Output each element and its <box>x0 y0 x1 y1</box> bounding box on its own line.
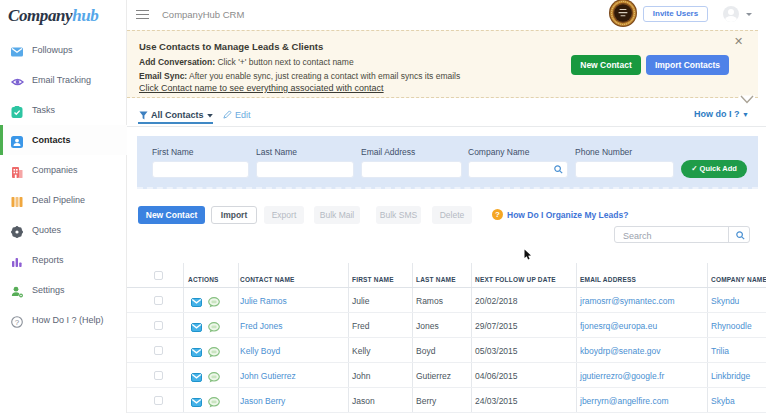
svg-text:?: ? <box>15 318 20 327</box>
